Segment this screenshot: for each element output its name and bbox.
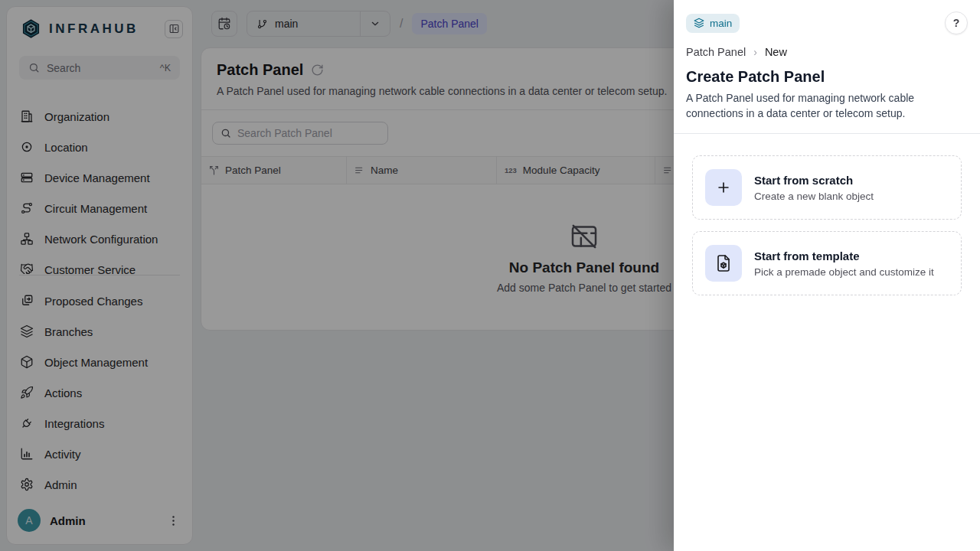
breadcrumb-current: New [765,46,787,58]
start-from-scratch-card[interactable]: Start from scratch Create a new blank ob… [692,155,962,220]
start-from-template-card[interactable]: Start from template Pick a premade objec… [692,231,962,295]
create-patch-panel-drawer: main ? Patch Panel › New Create Patch Pa… [674,0,980,551]
breadcrumb-parent[interactable]: Patch Panel [686,46,746,58]
option-subtitle: Create a new blank object [754,191,874,202]
chevron-right-icon: › [753,46,757,58]
drawer-body: Start from scratch Create a new blank ob… [674,134,980,317]
drawer-breadcrumb: Patch Panel › New [686,46,968,58]
option-subtitle: Pick a premade object and customize it [754,266,934,278]
option-title: Start from template [754,249,934,262]
help-button[interactable]: ? [945,11,968,34]
drawer-header: main ? Patch Panel › New Create Patch Pa… [674,0,980,134]
branch-badge[interactable]: main [686,14,740,33]
file-box-icon [714,254,733,272]
drawer-title: Create Patch Panel [686,68,968,86]
template-icon-tile [705,245,742,282]
plus-icon [715,179,732,196]
layers-icon [694,18,704,28]
option-title: Start from scratch [754,174,874,187]
plus-icon-tile [705,169,742,206]
branch-badge-label: main [710,18,732,29]
drawer-description: A Patch Panel used for managing network … [686,90,939,121]
